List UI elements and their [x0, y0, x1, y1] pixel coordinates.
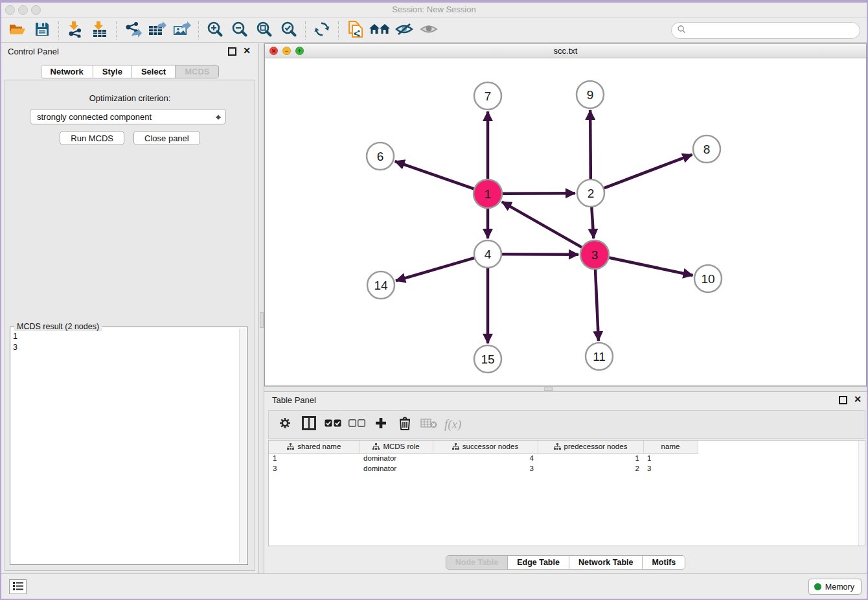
deselect-all-button[interactable]: [347, 415, 367, 434]
export-image-icon: [172, 21, 192, 40]
zoom-selected-button[interactable]: [278, 21, 300, 40]
columns-icon: [302, 416, 316, 433]
float-panel-icon[interactable]: [228, 47, 236, 56]
table-scrollbar[interactable]: [858, 441, 865, 546]
tab-style[interactable]: Style: [93, 65, 132, 78]
run-mcds-button[interactable]: Run MCDS: [60, 131, 124, 145]
home-icon: [369, 21, 391, 40]
open-session-button[interactable]: [6, 21, 29, 40]
edge-1-2[interactable]: [502, 193, 575, 194]
zoom-selected-icon: [280, 21, 297, 40]
edge-4-3[interactable]: [501, 254, 578, 255]
export-table-button[interactable]: [146, 21, 168, 40]
zoom-fit-icon: [256, 21, 273, 40]
node-6[interactable]: 6: [367, 143, 394, 170]
table-row[interactable]: 1dominator411: [269, 453, 705, 463]
node-11[interactable]: 11: [586, 343, 613, 370]
show-columns-button[interactable]: [299, 415, 319, 434]
edge-3-11[interactable]: [595, 269, 599, 341]
home-button[interactable]: [369, 21, 391, 40]
node-7[interactable]: 7: [474, 82, 501, 110]
node-9[interactable]: 9: [577, 81, 604, 108]
show-eye-icon: [419, 22, 439, 39]
search-field[interactable]: [671, 22, 860, 39]
import-network-button[interactable]: [64, 21, 86, 40]
hide-eye-button[interactable]: [393, 21, 415, 40]
save-session-button[interactable]: [31, 21, 53, 40]
node-2[interactable]: 2: [577, 179, 604, 207]
edge-3-10[interactable]: [609, 258, 693, 275]
svg-text:4: 4: [485, 248, 492, 261]
application-window: Session: New Session: [0, 0, 868, 600]
edge-2-9[interactable]: [590, 110, 591, 179]
mcds-result-text[interactable]: 1 3: [13, 331, 237, 562]
tab-network-table[interactable]: Network Table: [569, 556, 643, 569]
node-15[interactable]: 15: [474, 345, 501, 373]
network-window-titlebar[interactable]: ✕ − + scc.txt: [265, 44, 866, 58]
column-header-successor-nodes[interactable]: successor nodes: [433, 441, 538, 453]
node-1[interactable]: 1: [474, 179, 502, 208]
vertical-splitter[interactable]: [258, 43, 264, 573]
node-4[interactable]: 4: [474, 240, 501, 268]
table-panel: Table Panel ✕: [264, 392, 867, 573]
horizontal-splitter-grip[interactable]: [544, 387, 553, 391]
search-input[interactable]: [689, 26, 860, 35]
column-header-shared-name[interactable]: shared name: [269, 441, 360, 453]
edge-2-3[interactable]: [591, 207, 593, 238]
show-eye-button[interactable]: [418, 21, 440, 40]
edge-4-14[interactable]: [396, 258, 475, 281]
node-8[interactable]: 8: [693, 135, 720, 163]
network-file-button[interactable]: [344, 21, 366, 40]
node-10[interactable]: 10: [694, 265, 722, 292]
tab-mcds[interactable]: MCDS: [176, 65, 218, 78]
float-table-panel-icon[interactable]: [839, 396, 847, 404]
zoom-out-button[interactable]: [229, 21, 251, 40]
close-panel-button[interactable]: Close panel: [133, 131, 200, 145]
column-header-MCDS-role[interactable]: MCDS role: [360, 441, 433, 453]
tab-node-table[interactable]: Node Table: [446, 556, 508, 569]
memory-button[interactable]: Memory: [808, 579, 862, 595]
tree-column-icon: [452, 443, 459, 450]
table-settings-button[interactable]: [275, 415, 295, 434]
edge-3-1[interactable]: [502, 202, 582, 248]
network-file-icon: [347, 20, 363, 41]
zoom-fit-button[interactable]: [253, 21, 275, 40]
column-header-predecessor-nodes[interactable]: predecessor nodes: [538, 441, 643, 453]
close-table-panel-icon[interactable]: ✕: [854, 394, 862, 404]
tab-edge-table[interactable]: Edge Table: [508, 556, 569, 569]
zoom-out-icon: [231, 21, 248, 40]
select-all-button[interactable]: [323, 415, 343, 434]
network-canvas[interactable]: 7968124314101511: [265, 58, 866, 386]
node-3[interactable]: 3: [580, 240, 609, 269]
table-tabs: Node Table Edge Table Network Table Moti…: [264, 555, 867, 570]
add-column-button[interactable]: [371, 415, 391, 434]
vertical-splitter-grip[interactable]: [260, 312, 264, 328]
edge-1-6[interactable]: [395, 161, 475, 189]
horizontal-splitter[interactable]: [264, 386, 867, 392]
delete-table-button[interactable]: [419, 415, 439, 434]
table-row[interactable]: 3dominator323: [269, 463, 705, 474]
import-table-button[interactable]: [89, 21, 111, 40]
optimization-criterion-select[interactable]: strongly connected component: [30, 109, 226, 124]
table-header-row: shared nameMCDS rolesuccessor nodesprede…: [269, 441, 705, 453]
mcds-result-scrollbar[interactable]: [239, 329, 246, 563]
export-network-button[interactable]: [122, 21, 144, 40]
control-panel-tabs: Network Style Select MCDS: [41, 65, 220, 78]
export-image-button[interactable]: [171, 21, 193, 40]
network-graph[interactable]: 7968124314101511: [265, 58, 868, 386]
tab-network[interactable]: Network: [41, 65, 93, 78]
delete-column-button[interactable]: [395, 415, 415, 434]
node-14[interactable]: 14: [367, 271, 394, 299]
add-icon: [374, 417, 387, 432]
column-header-name[interactable]: name: [643, 441, 698, 453]
tab-select[interactable]: Select: [132, 65, 176, 78]
network-view-window: ✕ − + scc.txt 7968124314101511: [264, 43, 867, 386]
zoom-in-button[interactable]: [204, 21, 226, 40]
edge-2-8[interactable]: [604, 155, 692, 189]
function-builder-button[interactable]: f(x): [443, 415, 461, 434]
node-table-grid[interactable]: shared nameMCDS rolesuccessor nodesprede…: [269, 441, 705, 474]
close-panel-icon[interactable]: ✕: [243, 45, 251, 56]
task-history-button[interactable]: [9, 579, 27, 594]
refresh-button[interactable]: [311, 21, 333, 40]
tab-motifs[interactable]: Motifs: [643, 556, 685, 569]
